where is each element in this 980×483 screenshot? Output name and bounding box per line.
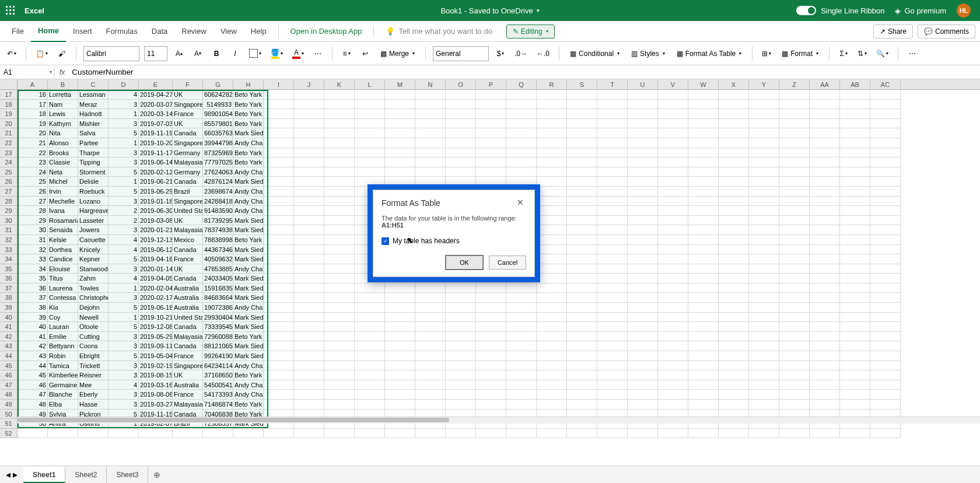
cell[interactable]: Storment: [78, 167, 108, 177]
cell[interactable]: [597, 235, 628, 245]
cell[interactable]: [597, 138, 628, 148]
cell[interactable]: [779, 380, 810, 390]
cell[interactable]: [870, 216, 901, 226]
cell[interactable]: [506, 370, 537, 380]
cell[interactable]: [324, 351, 355, 361]
row-header[interactable]: 46: [0, 370, 18, 380]
cell[interactable]: [415, 119, 446, 129]
column-header[interactable]: X: [719, 79, 749, 89]
cell[interactable]: [658, 274, 688, 284]
cell[interactable]: [203, 429, 233, 439]
more-font-options-button[interactable]: ⋯: [311, 46, 325, 62]
cell[interactable]: 4: [108, 90, 139, 100]
column-header[interactable]: W: [688, 79, 719, 89]
cell[interactable]: [597, 187, 628, 197]
cell[interactable]: [719, 138, 749, 148]
cell[interactable]: Mark Siedling: [233, 351, 264, 361]
cell[interactable]: [840, 380, 870, 390]
cell[interactable]: [506, 313, 537, 323]
cell[interactable]: [506, 380, 537, 390]
cell[interactable]: [385, 429, 415, 439]
cell[interactable]: 25: [18, 177, 48, 187]
column-header[interactable]: B: [48, 79, 78, 89]
cell[interactable]: Mark Siedling: [233, 274, 264, 284]
cell[interactable]: [840, 254, 870, 264]
cell[interactable]: [537, 341, 567, 351]
cell[interactable]: Australia: [173, 293, 203, 303]
cell[interactable]: [810, 293, 840, 303]
formula-input[interactable]: [69, 66, 980, 79]
cell[interactable]: [688, 400, 719, 410]
cell[interactable]: France: [173, 109, 203, 119]
cell[interactable]: [810, 322, 840, 332]
cell[interactable]: Irvin: [48, 187, 78, 197]
cell[interactable]: [840, 293, 870, 303]
cell[interactable]: 2019-04-27: [139, 90, 173, 100]
cell[interactable]: 85579801: [203, 119, 233, 129]
cell[interactable]: [446, 167, 476, 177]
cell[interactable]: [597, 197, 628, 206]
borders-button[interactable]: ▾: [247, 46, 264, 62]
cell[interactable]: [385, 370, 415, 380]
cell[interactable]: [810, 225, 840, 235]
cell[interactable]: 87325969: [203, 148, 233, 158]
cell[interactable]: [779, 361, 810, 371]
cell[interactable]: [567, 332, 597, 342]
cell[interactable]: Mark Siedling: [233, 225, 264, 235]
cell[interactable]: [415, 390, 446, 400]
cell[interactable]: [537, 90, 567, 100]
cell[interactable]: Contessa: [48, 293, 78, 303]
cell[interactable]: [810, 380, 840, 390]
editing-mode-button[interactable]: ✎ Editing ▾: [506, 24, 555, 38]
cell[interactable]: 5: [108, 303, 139, 313]
cell[interactable]: [840, 274, 870, 284]
cell[interactable]: [810, 361, 840, 371]
cell[interactable]: [719, 148, 749, 158]
cell[interactable]: [658, 225, 688, 235]
cell[interactable]: [779, 264, 810, 274]
cell[interactable]: 17: [18, 100, 48, 110]
column-header[interactable]: L: [355, 79, 385, 89]
row-header[interactable]: 33: [0, 245, 18, 255]
sheet-tab-2[interactable]: Sheet2: [65, 467, 107, 483]
cell[interactable]: [688, 148, 719, 158]
cell[interactable]: [749, 187, 779, 197]
cell[interactable]: [658, 235, 688, 245]
cell[interactable]: [628, 119, 658, 129]
cell[interactable]: Germany: [173, 148, 203, 158]
cell[interactable]: Mark Siedling: [233, 128, 264, 138]
cell[interactable]: [264, 293, 294, 303]
cell[interactable]: [779, 429, 810, 439]
cell[interactable]: 77797025: [203, 158, 233, 167]
cell[interactable]: [294, 400, 324, 410]
cell[interactable]: [597, 119, 628, 129]
cell[interactable]: [688, 109, 719, 119]
column-header[interactable]: N: [415, 79, 446, 89]
cell[interactable]: Malayasia: [173, 158, 203, 167]
row-header[interactable]: 47: [0, 380, 18, 390]
cell[interactable]: [840, 167, 870, 177]
cell[interactable]: [688, 254, 719, 264]
cell[interactable]: [749, 400, 779, 410]
cell[interactable]: [658, 245, 688, 255]
cell[interactable]: [294, 313, 324, 323]
cell[interactable]: [628, 158, 658, 167]
cell[interactable]: 5149933: [203, 100, 233, 110]
cell[interactable]: [597, 351, 628, 361]
cell[interactable]: [294, 264, 324, 274]
cell[interactable]: 4: [108, 235, 139, 245]
cell[interactable]: [264, 177, 294, 187]
cell[interactable]: [476, 119, 506, 129]
cell[interactable]: [779, 109, 810, 119]
column-header[interactable]: V: [658, 79, 688, 89]
cell[interactable]: Beto Yark: [233, 148, 264, 158]
cell[interactable]: 43: [18, 351, 48, 361]
cell[interactable]: [688, 341, 719, 351]
cell[interactable]: 39: [18, 313, 48, 323]
tab-data[interactable]: Data: [145, 21, 174, 42]
cell[interactable]: Elba: [48, 400, 78, 410]
cell[interactable]: [324, 138, 355, 148]
cell[interactable]: [324, 284, 355, 293]
cell[interactable]: [294, 380, 324, 390]
cell[interactable]: [294, 322, 324, 332]
